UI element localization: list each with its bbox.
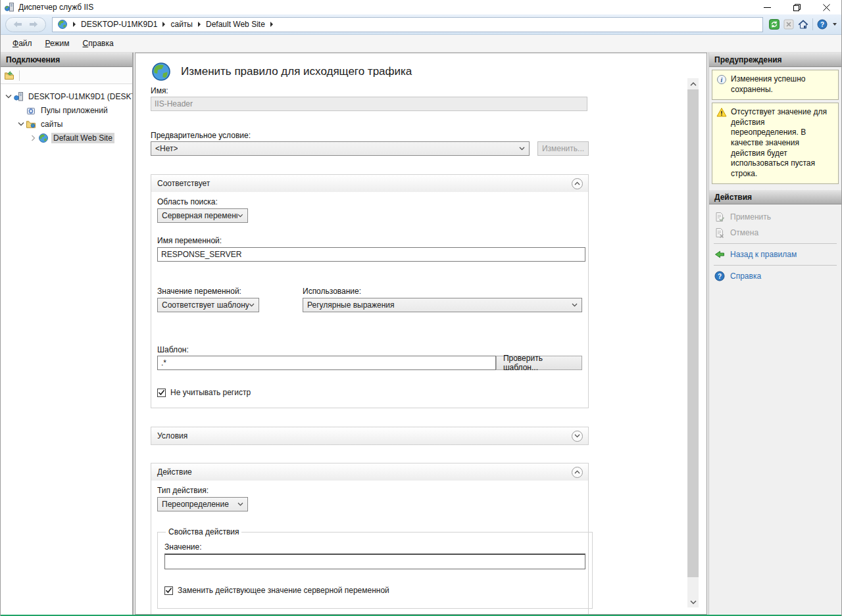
- save-connections-icon[interactable]: [4, 70, 14, 81]
- tree-item-app-pools[interactable]: Пулы приложений: [1, 103, 132, 117]
- breadcrumb-item-server[interactable]: DESKTOP-U1MK9D1: [81, 20, 157, 29]
- site-globe-icon: [38, 133, 49, 143]
- replace-value-checkbox[interactable]: [164, 586, 173, 595]
- action-value-input[interactable]: [164, 554, 585, 569]
- menu-help[interactable]: Справка: [77, 36, 120, 51]
- actions-header: Действия: [709, 190, 841, 204]
- scroll-up-icon[interactable]: [687, 78, 699, 89]
- page-header: Изменить правило для исходящего трафика: [151, 61, 706, 82]
- alert-warning: Отсутствует значение для действия переоп…: [712, 103, 839, 184]
- action-properties-legend: Свойства действия: [166, 527, 241, 536]
- menu-bar: Файл Режим Справка: [1, 35, 841, 53]
- conditions-group: Условия: [151, 427, 589, 445]
- forward-icon[interactable]: [29, 21, 38, 28]
- restore-button[interactable]: [782, 0, 812, 14]
- ignore-case-row: Не учитывать регистр: [157, 388, 582, 397]
- variable-value-select[interactable]: Соответствует шаблону: [157, 298, 259, 312]
- collapse-icon[interactable]: [572, 467, 583, 478]
- match-group-body: Область поиска: Серверная переменн Имя п…: [151, 192, 588, 408]
- action-group: Действие Тип действия: Переопределение С…: [151, 463, 589, 615]
- cancel-icon: [714, 227, 725, 238]
- action-type-select[interactable]: Переопределение: [157, 497, 248, 511]
- ignore-case-checkbox[interactable]: [157, 389, 166, 397]
- address-bar: DESKTOP-U1MK9D1 сайты Default Web Site ?: [1, 14, 841, 35]
- stop-icon[interactable]: [783, 19, 794, 30]
- conditions-group-header[interactable]: Условия: [151, 427, 588, 444]
- warning-icon: [716, 107, 727, 118]
- back-to-rules-action[interactable]: Назад к правилам: [709, 247, 841, 262]
- connections-header: Подключения: [1, 53, 132, 67]
- minimize-button[interactable]: [753, 0, 782, 14]
- tree-item-label: сайты: [39, 119, 65, 130]
- svg-text:?: ?: [718, 273, 722, 280]
- help-dropdown-caret[interactable]: [833, 23, 837, 26]
- using-select[interactable]: Регулярные выражения: [303, 298, 582, 312]
- vertical-scrollbar[interactable]: [687, 78, 699, 607]
- breadcrumb-separator: [162, 22, 165, 27]
- close-button[interactable]: [812, 0, 841, 14]
- tree-item-label: Пулы приложений: [39, 105, 110, 116]
- chevron-down-icon[interactable]: [3, 93, 13, 99]
- chevron-down-icon: [237, 214, 243, 218]
- connections-panel: Подключения DESKTOP-U1MK9D1 (DE: [1, 53, 134, 615]
- breadcrumb-item-sites[interactable]: сайты: [170, 20, 193, 29]
- alerts-header: Предупреждения: [709, 53, 841, 67]
- main-content: Изменить правило для исходящего трафика …: [135, 53, 707, 615]
- chevron-right-icon[interactable]: [28, 135, 38, 141]
- variable-value-label: Значение переменной:: [157, 287, 303, 296]
- actions-separator: [714, 265, 837, 266]
- page-title: Изменить правило для исходящего трафика: [181, 61, 412, 78]
- help-icon[interactable]: ?: [817, 19, 828, 30]
- scope-select[interactable]: Серверная переменн: [157, 208, 248, 223]
- tree-item-sites[interactable]: сайты: [1, 117, 132, 131]
- info-icon: i: [716, 74, 727, 85]
- chevron-down-icon[interactable]: [16, 121, 26, 127]
- variable-name-label: Имя переменной:: [157, 236, 582, 245]
- back-icon[interactable]: [13, 21, 22, 28]
- pattern-input[interactable]: [157, 356, 496, 370]
- pattern-label: Шаблон:: [157, 345, 582, 354]
- apply-action[interactable]: Применить: [709, 209, 841, 225]
- precondition-select[interactable]: <Нет>: [151, 141, 530, 156]
- menu-view[interactable]: Режим: [39, 36, 76, 51]
- connections-toolbar: [1, 67, 132, 84]
- tree-item-default-web-site[interactable]: Default Web Site: [1, 131, 132, 145]
- breadcrumb[interactable]: DESKTOP-U1MK9D1 сайты Default Web Site: [52, 17, 763, 32]
- name-label: Имя:: [151, 86, 706, 95]
- alert-success: i Изменения успешно сохранены.: [712, 70, 839, 100]
- home-icon[interactable]: [798, 19, 808, 30]
- action-group-header[interactable]: Действие: [151, 463, 588, 481]
- breadcrumb-item-default-web-site[interactable]: Default Web Site: [206, 20, 265, 29]
- precondition-label: Предварительное условие:: [151, 131, 706, 140]
- edit-precondition-button[interactable]: Изменить...: [537, 141, 589, 156]
- app-pools-icon: [26, 105, 36, 116]
- menu-file[interactable]: Файл: [7, 36, 38, 51]
- match-group: Соответствует Область поиска: Серверная …: [151, 174, 589, 408]
- scrollbar-thumb[interactable]: [687, 89, 699, 577]
- collapse-icon[interactable]: [572, 178, 583, 189]
- toolbar-separator: [19, 70, 20, 81]
- cancel-action[interactable]: Отмена: [709, 225, 841, 241]
- action-value-label: Значение:: [164, 542, 585, 552]
- tree-item-label: DESKTOP-U1MK9D1 (DESKTOP: [26, 91, 132, 102]
- test-pattern-button[interactable]: Проверить шаблон...: [496, 356, 582, 370]
- help-action[interactable]: ? Справка: [709, 268, 841, 284]
- tree-item-server[interactable]: DESKTOP-U1MK9D1 (DESKTOP: [1, 89, 132, 103]
- alert-text: Изменения успешно сохранены.: [731, 74, 834, 95]
- apply-icon: [714, 212, 725, 222]
- window-controls: [753, 0, 841, 14]
- right-panel: Предупреждения i Изменения успешно сохра…: [708, 53, 841, 615]
- connections-tree: DESKTOP-U1MK9D1 (DESKTOP Пулы приложений: [1, 84, 132, 145]
- match-group-header[interactable]: Соответствует: [151, 175, 588, 192]
- action-group-title: Действие: [157, 467, 192, 477]
- chevron-down-icon: [237, 502, 243, 506]
- ignore-case-label: Не учитывать регистр: [170, 388, 251, 397]
- action-type-label: Тип действия:: [157, 486, 582, 495]
- refresh-icon[interactable]: [769, 19, 780, 30]
- name-input[interactable]: [151, 97, 587, 111]
- scroll-down-icon[interactable]: [687, 596, 699, 607]
- expand-icon[interactable]: [572, 431, 583, 442]
- variable-name-input[interactable]: [157, 247, 585, 262]
- breadcrumb-separator: [73, 22, 76, 27]
- help-icon: ?: [714, 271, 725, 281]
